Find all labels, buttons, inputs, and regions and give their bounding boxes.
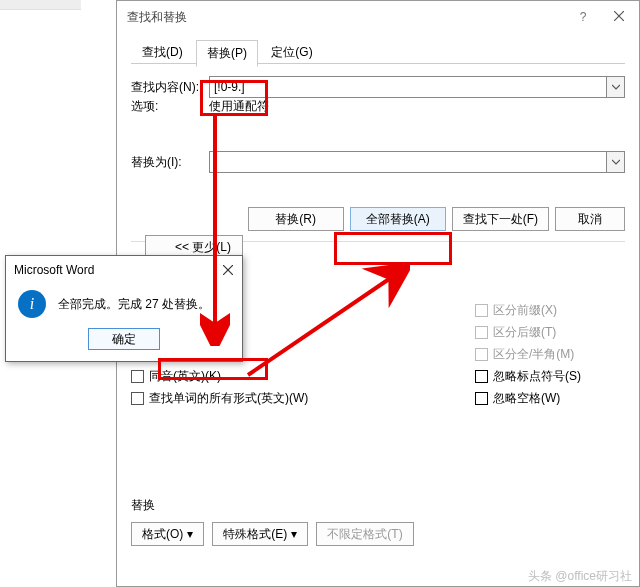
replace-all-button[interactable]: 全部替换(A): [350, 207, 446, 231]
dialog-titlebar[interactable]: 查找和替换 ?: [117, 1, 639, 33]
no-formatting-button: 不限定格式(T): [316, 522, 413, 546]
format-button[interactable]: 格式(O)▾: [131, 522, 204, 546]
replace-with-input[interactable]: [209, 151, 607, 173]
chk-suffix: 区分后缀(T): [475, 324, 625, 341]
info-icon: i: [18, 290, 46, 318]
find-what-label: 查找内容(N):: [131, 79, 209, 96]
find-next-button[interactable]: 查找下一处(F): [452, 207, 549, 231]
special-button[interactable]: 特殊格式(E)▾: [212, 522, 308, 546]
chk-full-half: 区分全/半角(M): [475, 346, 625, 363]
chk-all-word-forms[interactable]: 查找单词的所有形式(英文)(W): [131, 390, 475, 407]
replace-button[interactable]: 替换(R): [248, 207, 344, 231]
find-what-dropdown[interactable]: [607, 76, 625, 98]
tab-find[interactable]: 查找(D): [131, 39, 194, 65]
watermark: 头条 @office研习社: [528, 568, 632, 585]
find-what-input[interactable]: [209, 76, 607, 98]
replace-section-label: 替换: [131, 497, 155, 514]
options-value: 使用通配符: [209, 98, 269, 115]
tab-goto[interactable]: 定位(G): [260, 39, 323, 65]
tab-strip: 查找(D) 替换(P) 定位(G): [131, 39, 625, 64]
chk-ignore-space[interactable]: 忽略空格(W): [475, 390, 625, 407]
message-box-close[interactable]: [216, 258, 240, 282]
tab-replace[interactable]: 替换(P): [196, 40, 258, 67]
dialog-title: 查找和替换: [127, 10, 187, 24]
message-text: 全部完成。完成 27 处替换。: [58, 296, 210, 313]
chk-prefix: 区分前缀(X): [475, 302, 625, 319]
replace-with-dropdown[interactable]: [607, 151, 625, 173]
options-label: 选项:: [131, 98, 209, 115]
close-button[interactable]: [599, 1, 639, 33]
chk-ignore-punct[interactable]: 忽略标点符号(S): [475, 368, 625, 385]
help-button[interactable]: ?: [567, 1, 599, 33]
ok-button[interactable]: 确定: [88, 328, 160, 350]
message-box: Microsoft Word i 全部完成。完成 27 处替换。 确定: [5, 255, 243, 362]
cancel-button[interactable]: 取消: [555, 207, 625, 231]
message-box-title[interactable]: Microsoft Word: [6, 256, 242, 284]
replace-with-label: 替换为(I):: [131, 154, 209, 171]
chk-sounds-like[interactable]: 同音(英文)(K): [131, 368, 475, 385]
